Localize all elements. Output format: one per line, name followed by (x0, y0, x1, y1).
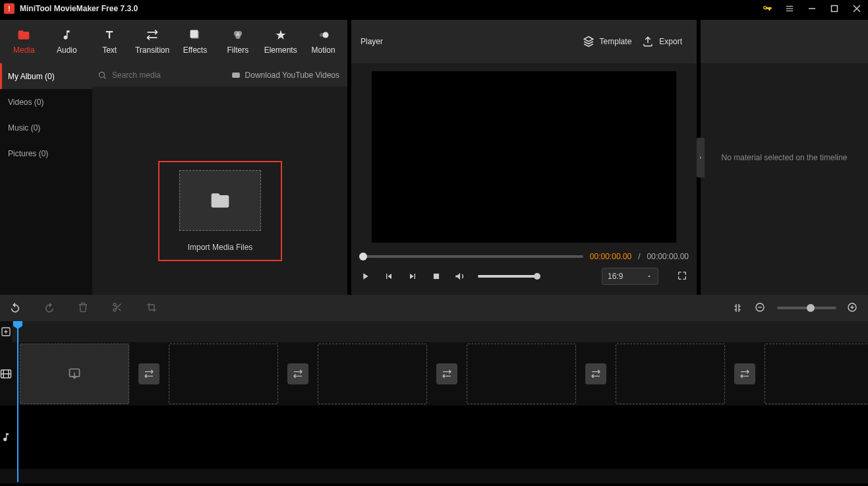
svg-point-13 (320, 33, 324, 37)
tab-label: Text (102, 46, 117, 55)
current-time: 00:00:00.00 (590, 252, 631, 261)
aspect-ratio-select[interactable]: 16:9 (602, 268, 658, 285)
stop-button[interactable] (430, 270, 442, 282)
zoom-slider[interactable] (777, 307, 836, 309)
menu-icon[interactable] (778, 0, 801, 17)
template-icon (583, 36, 594, 47)
audio-track[interactable] (12, 406, 868, 469)
add-track-button[interactable] (0, 321, 12, 342)
timeline-fit-button[interactable] (732, 302, 744, 314)
undo-button[interactable] (9, 302, 21, 314)
tab-motion[interactable]: Motion (302, 20, 345, 63)
filters-icon (231, 28, 245, 42)
svg-rect-4 (832, 6, 838, 12)
crop-button[interactable] (146, 302, 158, 314)
tab-effects[interactable]: Effects (174, 20, 217, 63)
timeline (0, 295, 868, 483)
timeline-toolbar (0, 295, 868, 321)
drop-media-icon (68, 367, 81, 380)
tab-text[interactable]: Text (88, 20, 131, 63)
tab-label: Audio (57, 46, 77, 55)
volume-slider[interactable] (478, 275, 537, 278)
transition-slot[interactable] (734, 363, 755, 384)
sidebar-item-my-album[interactable]: My Album (0) (0, 63, 92, 89)
player-panel: Player Template Export (351, 20, 697, 295)
transition-slot[interactable] (287, 363, 308, 384)
minimize-button[interactable] (801, 0, 823, 17)
transition-icon (146, 28, 159, 42)
playhead[interactable] (17, 321, 18, 482)
collapse-inspector-button[interactable] (697, 138, 705, 177)
timeline-ruler[interactable] (12, 321, 868, 342)
template-button[interactable]: Template (577, 31, 637, 52)
prev-frame-button[interactable] (383, 270, 395, 282)
download-icon (231, 71, 241, 80)
clip-slot[interactable] (616, 344, 725, 404)
svg-line-15 (104, 76, 106, 78)
sidebar-item-videos[interactable]: Videos (0) (0, 89, 92, 115)
download-youtube-button[interactable]: Download YouTube Videos (231, 71, 347, 80)
tab-label: Transition (135, 46, 169, 55)
import-media-button[interactable]: Import Media Files (158, 161, 282, 261)
video-track[interactable] (12, 342, 868, 406)
fullscreen-button[interactable] (677, 270, 689, 282)
next-frame-button[interactable] (407, 270, 419, 282)
volume-icon[interactable] (454, 270, 466, 282)
search-field[interactable] (92, 70, 231, 80)
tab-audio[interactable]: Audio (45, 20, 88, 63)
chevron-down-icon (646, 273, 652, 280)
tab-elements[interactable]: Elements (259, 20, 302, 63)
play-button[interactable] (359, 270, 371, 282)
tab-label: Media (13, 46, 35, 55)
video-track-header[interactable] (0, 342, 12, 406)
text-icon (103, 28, 116, 42)
activate-key-icon[interactable] (756, 0, 778, 17)
total-time: 00:00:00.00 (647, 252, 689, 261)
sidebar-item-music[interactable]: Music (0) (0, 115, 92, 140)
clip-slot[interactable] (20, 344, 129, 404)
preview-area (351, 63, 697, 245)
media-sidebar: My Album (0) Videos (0) Music (0) Pictur… (0, 63, 92, 295)
close-button[interactable] (846, 0, 868, 17)
audio-track-header[interactable] (0, 406, 12, 469)
svg-rect-8 (190, 30, 198, 38)
tab-label: Motion (312, 46, 335, 55)
import-dropzone[interactable] (179, 170, 261, 231)
transition-slot[interactable] (138, 363, 159, 384)
transition-slot[interactable] (436, 363, 457, 384)
clip-slot[interactable] (318, 344, 427, 404)
search-icon (98, 71, 107, 80)
zoom-out-button[interactable] (755, 302, 767, 314)
app-logo: ! (4, 3, 14, 14)
media-panel: Media Audio Text Transition (0, 20, 347, 295)
zoom-in-button[interactable] (847, 302, 859, 314)
inspector-panel: No material selected on the timeline (701, 20, 868, 295)
export-button[interactable]: Export (637, 31, 687, 52)
preview-canvas[interactable] (372, 71, 676, 243)
split-button[interactable] (112, 302, 124, 314)
transition-slot[interactable] (585, 363, 606, 384)
export-icon (642, 36, 654, 47)
clip-slot[interactable] (765, 344, 868, 404)
template-label: Template (600, 37, 632, 46)
clip-slot[interactable] (169, 344, 278, 404)
inspector-empty-message: No material selected on the timeline (722, 153, 848, 162)
clip-slot[interactable] (467, 344, 576, 404)
search-input[interactable] (111, 70, 183, 80)
tab-filters[interactable]: Filters (216, 20, 259, 63)
tab-transition[interactable]: Transition (131, 20, 174, 63)
delete-button[interactable] (78, 302, 90, 314)
timeline-tracks[interactable] (12, 321, 868, 483)
media-content: Import Media Files (92, 86, 347, 295)
redo-button[interactable] (43, 302, 55, 314)
seek-slider[interactable] (359, 255, 583, 258)
video-track-icon (0, 368, 12, 380)
download-youtube-label: Download YouTube Videos (245, 71, 339, 80)
svg-point-14 (99, 72, 104, 77)
tab-media[interactable]: Media (3, 20, 45, 63)
import-media-label: Import Media Files (188, 243, 253, 252)
svg-rect-17 (434, 274, 439, 279)
maximize-button[interactable] (823, 0, 846, 17)
sidebar-item-pictures[interactable]: Pictures (0) (0, 140, 92, 166)
tab-label: Filters (227, 46, 248, 55)
